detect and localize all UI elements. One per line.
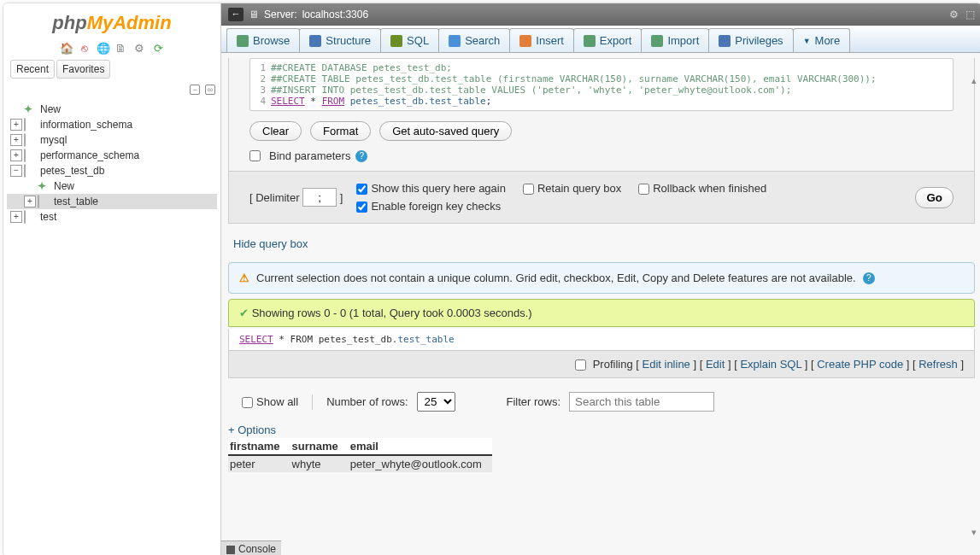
tab-more[interactable]: ▼More xyxy=(793,28,851,52)
numrows-select[interactable]: 25 xyxy=(417,392,455,412)
col-header[interactable]: surname xyxy=(290,438,349,455)
tree-item-mysql[interactable]: +mysql xyxy=(7,132,217,148)
cell: peter_whyte@outlook.com xyxy=(349,455,492,472)
bind-params-row: Bind parameters ? xyxy=(229,149,974,171)
db-tree: ✦New+information_schema+mysql+performanc… xyxy=(3,96,220,555)
show-all-checkbox[interactable] xyxy=(242,397,253,408)
tab-structure[interactable]: Structure xyxy=(299,28,381,52)
collapse-all-icon[interactable]: − xyxy=(190,85,200,95)
warning-icon: ⚠ xyxy=(239,272,249,284)
show-again-checkbox[interactable] xyxy=(356,184,367,195)
go-button[interactable]: Go xyxy=(915,187,954,208)
tree-item-label: petes_test_db xyxy=(40,165,104,177)
query-actions: Profiling [ Edit inline ] [ Edit ] [ Exp… xyxy=(228,351,975,378)
server-value[interactable]: localhost:3306 xyxy=(302,9,368,20)
rollback-label: Rollback when finished xyxy=(653,182,766,195)
help-icon[interactable]: ? xyxy=(355,150,367,162)
database-icon xyxy=(24,149,38,161)
tab-icon xyxy=(719,35,731,47)
tree-item-performance_schema[interactable]: +performance_schema xyxy=(7,148,217,163)
expand-icon[interactable]: + xyxy=(10,134,22,146)
tree-item-label: mysql xyxy=(40,134,67,146)
check-icon: ✔ xyxy=(239,307,249,319)
show-all-label: Show all xyxy=(256,395,298,408)
rollback-checkbox[interactable] xyxy=(638,184,649,195)
tab-label: Search xyxy=(465,34,500,47)
expand-icon[interactable]: + xyxy=(10,149,22,161)
logo[interactable]: phpMyAdmin xyxy=(3,3,220,38)
docs-icon[interactable]: 🌐 xyxy=(97,42,109,54)
action-refresh[interactable]: Refresh xyxy=(918,358,958,371)
tab-search[interactable]: Search xyxy=(438,28,510,52)
tab-export[interactable]: Export xyxy=(573,28,643,52)
tab-sql[interactable]: SQL xyxy=(380,28,439,52)
header-icon-row: 🏠 ⎋ 🌐 🗎 ⚙ ⟳ xyxy=(3,38,220,56)
tree-item-label: New xyxy=(40,103,61,115)
profiling-checkbox[interactable] xyxy=(575,359,586,371)
tree-item-petes_test_db[interactable]: −petes_test_db xyxy=(7,163,217,178)
tree-item-label: test_table xyxy=(54,196,98,207)
tree-item-test[interactable]: +test xyxy=(7,209,217,225)
main-tabs: BrowseStructureSQLSearchInsertExportImpo… xyxy=(221,26,980,53)
collapse-icon[interactable]: ⬚ xyxy=(965,9,975,20)
console-bar[interactable]: Console xyxy=(221,540,281,555)
database-icon xyxy=(24,134,38,146)
gear-icon[interactable]: ⚙ xyxy=(949,9,959,20)
action-edit-inline[interactable]: Edit inline xyxy=(642,358,690,371)
format-button[interactable]: Format xyxy=(310,121,371,141)
cell: peter xyxy=(228,455,290,472)
delimiter-input[interactable] xyxy=(302,188,337,207)
settings-icon[interactable]: ⚙ xyxy=(133,42,145,54)
topbar: ← 🖥 Server: localhost:3306 ⚙ ⬚ xyxy=(221,3,980,26)
link-icon[interactable]: ∞ xyxy=(205,85,215,95)
action-edit[interactable]: Edit xyxy=(706,358,725,371)
retain-checkbox[interactable] xyxy=(523,184,534,195)
hide-query-link[interactable]: Hide query box xyxy=(221,229,980,259)
expand-icon[interactable]: − xyxy=(10,165,22,177)
result-table: firstnamesurnameemailpeterwhytepeter_why… xyxy=(228,438,492,472)
sql-editor[interactable]: 1##CREATE DATABASE petes_test_db;2##CREA… xyxy=(249,58,954,111)
autosaved-button[interactable]: Get auto-saved query xyxy=(379,121,512,141)
database-icon xyxy=(24,119,38,131)
action-create-php-code[interactable]: Create PHP code xyxy=(817,358,903,371)
fk-label: Enable foreign key checks xyxy=(371,200,501,213)
scrollbar[interactable]: ▴▾ xyxy=(968,75,980,538)
main-panel: ← 🖥 Server: localhost:3306 ⚙ ⬚ BrowseStr… xyxy=(221,3,980,555)
col-header[interactable]: firstname xyxy=(228,438,290,455)
table-row[interactable]: peterwhytepeter_whyte@outlook.com xyxy=(228,455,492,472)
logout-icon[interactable]: ⎋ xyxy=(79,42,91,54)
tab-recent[interactable]: Recent xyxy=(10,60,55,79)
tab-icon xyxy=(519,35,531,47)
tree-item-information_schema[interactable]: +information_schema xyxy=(7,117,217,132)
filter-input[interactable] xyxy=(569,392,714,412)
tab-icon xyxy=(449,35,461,47)
tab-import[interactable]: Import xyxy=(641,28,709,52)
query-icon[interactable]: 🗎 xyxy=(115,42,127,54)
tab-icon xyxy=(237,35,249,47)
tab-favorites[interactable]: Favorites xyxy=(56,60,110,79)
delimiter-box: [ Delimiter ] xyxy=(249,188,343,207)
tab-insert[interactable]: Insert xyxy=(509,28,574,52)
tree-item-label: information_schema xyxy=(40,119,132,131)
expand-icon[interactable]: + xyxy=(10,119,22,131)
tree-item-new[interactable]: ✦New xyxy=(7,102,217,117)
clear-button[interactable]: Clear xyxy=(249,121,302,141)
col-header[interactable]: email xyxy=(349,438,492,455)
plus-options-link[interactable]: + Options xyxy=(221,422,980,438)
tree-item-new[interactable]: ✦New xyxy=(7,178,217,194)
reload-icon[interactable]: ⟳ xyxy=(152,42,164,54)
home-icon[interactable]: 🏠 xyxy=(60,42,72,54)
tree-item-test_table[interactable]: +test_table xyxy=(7,194,217,209)
fk-checkbox[interactable] xyxy=(356,202,367,213)
tab-browse[interactable]: Browse xyxy=(226,28,300,52)
expand-icon[interactable]: + xyxy=(10,211,22,223)
tree-item-label: New xyxy=(54,180,74,192)
sql-options: [ Delimiter ] Show this query here again… xyxy=(229,171,974,223)
action-explain-sql[interactable]: Explain SQL xyxy=(740,358,801,371)
tab-privileges[interactable]: Privileges xyxy=(708,28,793,52)
database-icon xyxy=(24,165,38,177)
help-icon[interactable]: ? xyxy=(863,272,875,284)
expand-icon[interactable]: + xyxy=(24,196,36,207)
bind-params-checkbox[interactable] xyxy=(249,150,261,161)
back-button[interactable]: ← xyxy=(228,8,244,21)
